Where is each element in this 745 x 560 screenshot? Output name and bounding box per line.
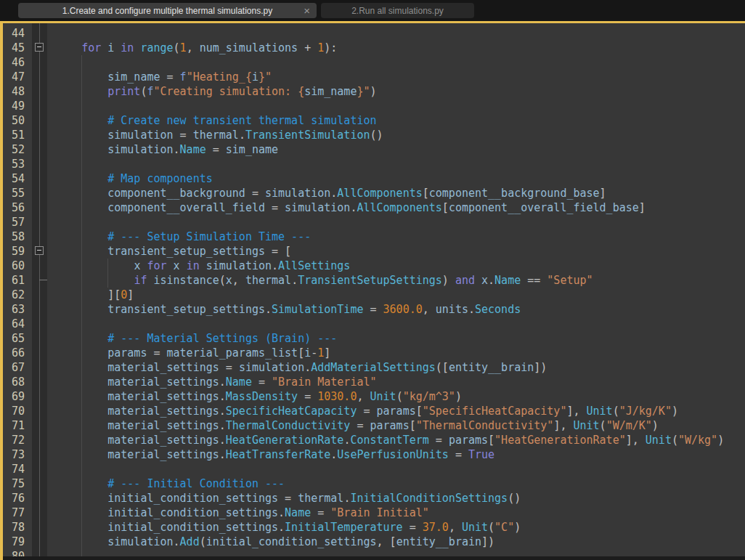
code-line[interactable]: 67 material_settings = simulation.AddMat…: [3, 360, 745, 375]
code-line[interactable]: 49: [3, 99, 745, 113]
code-token: 3600.0: [383, 303, 423, 316]
indent-guide: [81, 447, 82, 462]
indent-guide: [107, 273, 108, 288]
fold-collapse-icon[interactable]: [35, 43, 44, 52]
code-line[interactable]: 72 material_settings.HeatGenerationRate.…: [3, 433, 745, 447]
code-line[interactable]: 48 print(f"Creating simulation: {sim_nam…: [3, 84, 745, 99]
code-token: .: [291, 274, 298, 287]
indent-guide: [81, 186, 82, 200]
code-text: initial_condition_settings.InitialTemper…: [47, 520, 745, 535]
line-number: 47: [3, 70, 29, 84]
code-line[interactable]: 71 material_settings.ThermalConductivity…: [3, 418, 745, 433]
code-token: ): [370, 85, 377, 98]
code-line[interactable]: 56 component__overall_field = simulation…: [3, 200, 745, 215]
code-line[interactable]: 77 initial_condition_settings.Name = "Br…: [3, 506, 745, 520]
code-token: Unit: [573, 419, 599, 432]
code-token: i: [107, 41, 114, 54]
code-token: num_simulations: [200, 41, 298, 54]
code-line[interactable]: 79 simulation.Add(initial_condition_sett…: [3, 535, 745, 549]
code-token: ([: [436, 361, 449, 374]
code-token: [180, 259, 187, 272]
code-line[interactable]: 76 initial_condition_settings = thermal.…: [3, 491, 745, 506]
code-line[interactable]: 54 # Map components: [3, 171, 745, 186]
code-text: # --- Initial Condition ---: [47, 476, 745, 491]
code-line[interactable]: 45 for i in range(1, num_simulations + 1…: [3, 41, 745, 55]
tab-run-all-simulations[interactable]: 2.Run all simulations.py: [321, 3, 474, 18]
code-line[interactable]: 51 simulation = thermal.TransientSimulat…: [3, 128, 745, 142]
tab-create-configure-simulations[interactable]: 1.Create and configure multiple thermal …: [18, 3, 317, 18]
code-line[interactable]: 74: [3, 462, 745, 476]
code-line[interactable]: 57: [3, 215, 745, 230]
code-text: print(f"Creating simulation: {sim_name}"…: [47, 84, 745, 99]
close-icon[interactable]: ×: [304, 4, 310, 17]
code-line[interactable]: 66 params = material_params_list[i-1]: [3, 346, 745, 360]
code-token: .: [330, 448, 337, 461]
code-line[interactable]: 78 initial_condition_settings.InitialTem…: [3, 520, 745, 535]
code-line[interactable]: 69 material_settings.MassDensity = 1030.…: [3, 389, 745, 404]
code-token: "W/m/K": [606, 419, 652, 432]
code-line[interactable]: 75 # --- Initial Condition ---: [3, 476, 745, 491]
code-line[interactable]: 55 component__background = simulation.Al…: [3, 186, 745, 200]
code-line[interactable]: 53: [3, 157, 745, 171]
code-token: # Map components: [107, 172, 213, 185]
code-token: Unit: [587, 405, 613, 418]
code-line[interactable]: 58 # --- Setup Simulation Time ---: [3, 230, 745, 244]
code-token: 1030.0: [317, 390, 357, 403]
code-text: material_settings.HeatTransferRate.UsePe…: [47, 447, 745, 462]
code-token: initial_condition_settings: [206, 535, 377, 548]
fold-collapse-icon[interactable]: [35, 246, 44, 255]
code-text: [47, 157, 745, 171]
code-line[interactable]: 68 material_settings.Name = "Brain Mater…: [3, 375, 745, 389]
code-line[interactable]: 62 ][0]: [3, 288, 745, 302]
code-line[interactable]: 61 if isinstance(x, thermal.TransientSet…: [3, 273, 745, 288]
code-token: [252, 376, 258, 389]
code-token: =: [167, 70, 174, 84]
code-line[interactable]: 65 # --- Material Settings (Brain) ---: [3, 331, 745, 346]
code-token: simulation: [206, 259, 272, 272]
code-token: ): [672, 405, 678, 418]
code-token: AddMaterialSettings: [311, 361, 436, 374]
code-token: [475, 274, 481, 287]
code-line[interactable]: 73 material_settings.HeatTransferRate.Us…: [3, 447, 745, 462]
code-token: ,: [377, 535, 383, 548]
code-text: simulation.Add(initial_condition_setting…: [47, 535, 745, 549]
line-number: 61: [3, 273, 29, 288]
code-line[interactable]: 63 transient_setup_settings.SimulationTi…: [3, 302, 745, 317]
code-token: TransientSetupSettings: [298, 274, 442, 287]
code-token: ][: [107, 288, 121, 301]
code-token: "Setup": [547, 274, 593, 287]
code-line[interactable]: 59 transient_setup_settings = [: [3, 244, 745, 259]
code-line[interactable]: 64: [3, 317, 745, 331]
code-token: [540, 274, 547, 287]
code-token: [219, 361, 226, 374]
code-token: transient_setup_settings: [107, 303, 265, 316]
code-token: [55, 41, 81, 54]
code-token: [370, 405, 377, 418]
code-token: .: [239, 129, 245, 142]
code-token: simulation: [107, 129, 173, 142]
code-line[interactable]: 70 material_settings.SpecificHeatCapacit…: [3, 404, 745, 418]
code-token: 37.0: [423, 521, 449, 534]
line-number: 44: [3, 26, 29, 41]
code-token: =: [410, 521, 416, 534]
code-text: # Create new transient thermal simulatio…: [47, 113, 745, 128]
code-line[interactable]: 50 # Create new transient thermal simula…: [3, 113, 745, 128]
code-token: [265, 245, 272, 258]
line-number: 45: [3, 41, 29, 55]
code-token: [: [416, 405, 423, 418]
code-line[interactable]: 46: [3, 55, 745, 70]
code-token: [167, 259, 174, 272]
line-number: 63: [3, 302, 29, 317]
code-line[interactable]: 52 simulation.Name = sim_name: [3, 142, 745, 157]
code-editor[interactable]: 4445 for i in range(1, num_simulations +…: [3, 23, 745, 556]
code-token: [258, 187, 265, 200]
code-line[interactable]: 80: [3, 549, 745, 556]
code-token: thermal: [298, 492, 343, 505]
code-line[interactable]: 60 x for x in simulation.AllSettings: [3, 259, 745, 273]
indent-guide: [81, 462, 82, 476]
code-line[interactable]: 47 sim_name = f"Heating_{i}": [3, 70, 745, 84]
code-token: =: [436, 434, 442, 447]
code-token: [: [423, 187, 429, 200]
code-line[interactable]: 44: [3, 26, 745, 41]
code-token: [311, 506, 317, 519]
